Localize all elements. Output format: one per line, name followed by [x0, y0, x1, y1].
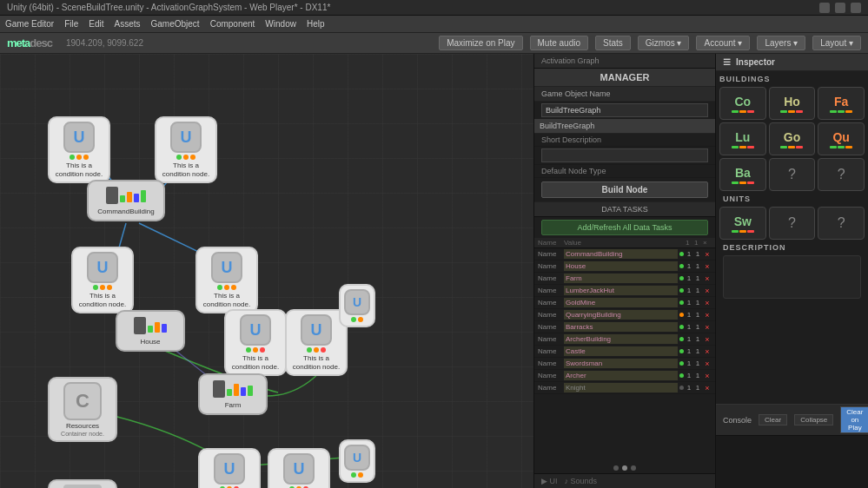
layers-btn[interactable]: Layers ▾ — [757, 36, 805, 50]
maximize-btn[interactable] — [835, 3, 845, 13]
node-resource[interactable]: C Resources Container node. — [48, 377, 117, 442]
tile-bars-go — [780, 146, 803, 148]
building-tile-ho[interactable]: Ho — [769, 87, 816, 120]
building-tile-ba[interactable]: Ba — [719, 158, 766, 191]
manager-bottom-strip: ▶ UI ♪ Sounds — [534, 473, 715, 488]
building-tile-fa[interactable]: Fa — [818, 87, 865, 120]
task-row-goldmine[interactable]: Name GoldMine 1 1 × — [534, 297, 715, 309]
tile-letter-qu: Qu — [832, 130, 849, 144]
menu-gameobject[interactable]: GameObject — [151, 19, 200, 29]
task-row-castle[interactable]: Name Castle 1 1 × — [534, 346, 715, 358]
task-row-barracks[interactable]: Name Barracks 1 1 × — [534, 321, 715, 333]
node-farm[interactable]: Farm — [198, 373, 268, 415]
node-dots — [93, 285, 112, 290]
task-row-quarrying[interactable]: Name QuarryingBuilding 1 1 × — [534, 309, 715, 321]
task-row-archer[interactable]: Name Archer 1 1 × — [534, 370, 715, 382]
task-row-swordsman[interactable]: Name Swordsman 1 1 × — [534, 358, 715, 370]
unit-tile-q1[interactable]: ? — [769, 207, 816, 240]
node-userc-5[interactable]: U This is a condition node. — [224, 309, 287, 376]
clear-btn[interactable]: Clear — [759, 414, 787, 425]
node-icon: U — [283, 453, 315, 485]
game-object-label: Game Object Name — [534, 87, 715, 102]
title-bar: Unity (64bit) - SceneBuildTree.unity - A… — [0, 0, 868, 16]
default-node-label: Default Node Type — [534, 165, 715, 178]
node-command-building[interactable]: CommandBuilding — [87, 180, 165, 221]
node-house[interactable]: House — [116, 310, 185, 352]
task-row-house[interactable]: Name House 1 1 × — [534, 260, 715, 273]
task-row-commandbuilding[interactable]: Name CommandBuilding 1 1 × — [534, 248, 715, 260]
stats-btn[interactable]: Stats — [595, 36, 631, 50]
node-userc-1[interactable]: U This is a condition node. — [48, 116, 110, 183]
building-tile-go[interactable]: Go — [769, 122, 816, 155]
building-tile-q1[interactable]: ? — [769, 158, 816, 191]
mute-audio-btn[interactable]: Mute audio — [530, 36, 588, 50]
menu-assets[interactable]: Assets — [115, 19, 141, 29]
menu-file[interactable]: File — [64, 19, 78, 29]
menu-window[interactable]: Window — [265, 19, 296, 29]
inspector-title: Inspector — [736, 57, 775, 67]
node-icon: U — [344, 445, 370, 471]
build-tree-tab[interactable]: BuildTreeGraph — [534, 119, 715, 134]
inspector-content: BUILDINGS Co Ho — [716, 71, 868, 302]
gizmos-btn[interactable]: Gizmos ▾ — [638, 36, 690, 50]
clear-on-play-btn[interactable]: Clear on Play — [840, 406, 868, 433]
account-btn[interactable]: Account ▾ — [696, 36, 750, 50]
tile-q1: ? — [788, 167, 796, 182]
building-tile-lu[interactable]: Lu — [719, 122, 766, 155]
build-node-button[interactable]: Build Node — [541, 181, 708, 198]
menu-edit[interactable]: Edit — [89, 19, 103, 29]
node-userc-2[interactable]: U This is a condition node. — [155, 116, 217, 183]
layout-btn[interactable]: Layout ▾ — [812, 36, 861, 50]
building-tile-q2[interactable]: ? — [818, 158, 865, 191]
description-box — [723, 255, 861, 299]
logo: metadesc — [7, 36, 52, 49]
node-icon: U — [240, 314, 271, 346]
inspector-header: ☰ Inspector — [716, 54, 868, 71]
description-label: DESCRIPTION — [723, 243, 865, 252]
short-desc-input[interactable] — [541, 148, 708, 162]
task-row-archerbuilding[interactable]: Name ArcherBuilding 1 1 × — [534, 333, 715, 346]
game-object-input[interactable] — [541, 103, 708, 117]
node-icon: U — [211, 252, 242, 283]
task-list: Name CommandBuilding 1 1 × Name House 1 … — [534, 248, 715, 463]
menu-game-editor[interactable]: Game Editor — [5, 19, 54, 29]
close-btn[interactable] — [851, 3, 861, 13]
menu-component[interactable]: Component — [210, 19, 255, 29]
add-refresh-btn[interactable]: Add/Refresh All Data Tasks — [541, 220, 708, 235]
tile-letter-sw: Sw — [734, 214, 752, 228]
logo-sub: desc — [30, 36, 52, 49]
maximize-on-play-btn[interactable]: Maximize on Play — [439, 36, 522, 50]
node-buildings[interactable]: ⛫ Buildings — [48, 479, 117, 488]
node-userc-4[interactable]: U This is a condition node. — [195, 247, 258, 313]
node-userc-7[interactable]: U This is a condition node. — [198, 448, 261, 488]
unit-tile-sw[interactable]: Sw — [719, 207, 766, 240]
unit-q2: ? — [838, 215, 845, 231]
page-dot-2[interactable] — [622, 465, 627, 471]
task-row-farm[interactable]: Name Farm 1 1 × — [534, 273, 715, 285]
manager-title: MANAGER — [534, 69, 715, 87]
tile-bars-lu — [732, 146, 754, 148]
graph-pane[interactable]: U This is a condition node. U This is a … — [0, 54, 533, 488]
task-row-lumberjackhut[interactable]: Name LumberJackHut 1 1 × — [534, 285, 715, 297]
node-partial-1[interactable]: U — [339, 284, 375, 327]
node-icon: C — [63, 382, 102, 420]
building-tile-co[interactable]: Co — [719, 87, 766, 120]
collapse-btn[interactable]: Collapse — [794, 414, 833, 425]
game-object-value-row — [534, 102, 715, 119]
node-userc-8[interactable]: U This is a condition node. — [268, 448, 330, 488]
coordinates: 1904.209, 9099.622 — [66, 38, 143, 48]
menu-help[interactable]: Help — [307, 19, 325, 29]
node-partial-2[interactable]: U — [339, 439, 375, 483]
node-dots — [246, 347, 265, 353]
page-dot-1[interactable] — [613, 465, 619, 471]
node-label: This is a condition node. — [76, 292, 129, 308]
building-tile-qu[interactable]: Qu — [818, 122, 865, 155]
node-userc-3[interactable]: U This is a condition node. — [71, 247, 134, 313]
task-row-knight[interactable]: Name Knight 1 1 × — [534, 382, 715, 394]
data-tasks-header: DATA TASKS — [534, 201, 715, 217]
page-dot-3[interactable] — [631, 465, 636, 471]
minimize-btn[interactable] — [819, 3, 830, 13]
inspector-icon: ☰ — [723, 57, 731, 67]
unit-tile-q2[interactable]: ? — [818, 207, 865, 240]
tile-bars-co — [732, 110, 754, 113]
